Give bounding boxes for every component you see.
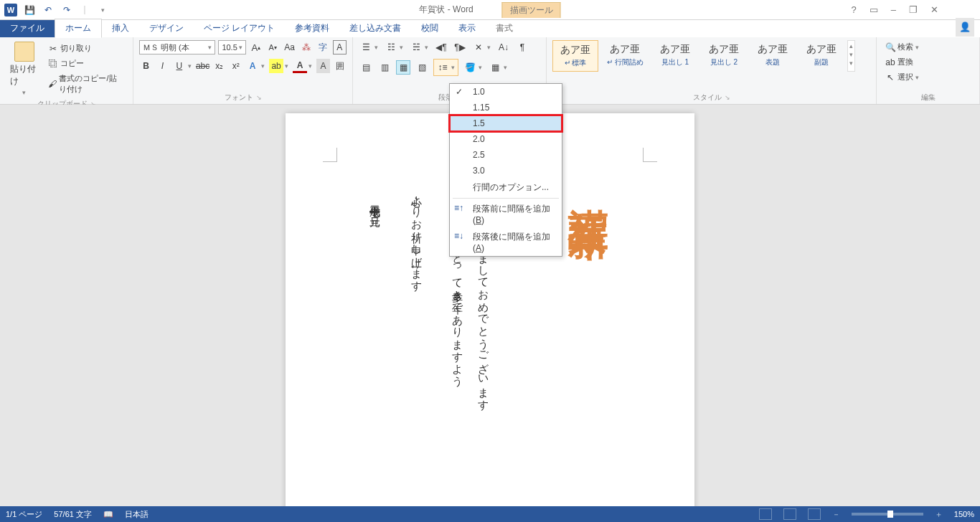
font-size-select[interactable]: 10.5▾ [218,40,246,54]
align-center-button[interactable]: ▥ [377,60,392,75]
italic-button[interactable]: I [156,59,169,73]
help-icon[interactable]: ? [852,4,857,15]
save-icon[interactable]: 💾 [23,4,36,16]
zoom-thumb[interactable] [887,511,893,518]
line-spacing-2.0[interactable]: 2.0 [450,131,562,147]
increase-indent-button[interactable]: ¶▶ [453,40,467,54]
web-layout-button[interactable] [808,508,821,520]
font-name-select[interactable]: ＭＳ 明朝 (本▾ [139,40,215,54]
body-line-5[interactable]: 平成二十七年 元旦 [368,198,382,209]
style-heading2[interactable]: あア亜見出し 2 [701,40,747,72]
line-spacing-1.0[interactable]: ✓1.0 [450,84,562,100]
page-count[interactable]: 1/1 ページ [6,509,42,520]
text-effects-button[interactable]: A▾ [245,59,266,73]
word-count[interactable]: 57/61 文字 [54,509,92,520]
paste-button[interactable]: 貼り付け ▾ [6,40,42,98]
grow-font-button[interactable]: A▴ [249,40,263,54]
title-bar: W 💾 ↶ ↷ ｜ ▾ 年賀状 - Word 描画ツール ? ▭ – ❐ ✕ 👤 [0,0,980,20]
line-spacing-1.5[interactable]: 1.5 [450,115,562,131]
enclose-char-button[interactable]: 字 [316,40,329,54]
ribbon-display-icon[interactable]: ▭ [870,4,878,15]
underline-button[interactable]: U▾ [172,59,193,73]
decrease-indent-button[interactable]: ◀¶ [434,40,448,54]
minimize-icon[interactable]: – [891,4,896,15]
add-space-before[interactable]: ≡↑段落前に間隔を追加(B) [450,200,562,228]
char-border-button[interactable]: A [333,40,347,54]
tab-design[interactable]: デザイン [139,19,194,37]
headline-kinga[interactable]: 謹賀新年 [561,176,616,194]
align-top-button[interactable]: ▤ [359,60,373,75]
change-case-button[interactable]: Aa [283,40,296,54]
group-styles: あア亜↵ 標準 あア亜↵ 行間詰め あア亜見出し 1 あア亜見出し 2 あア亜表… [547,37,877,104]
body-line-3[interactable]: 心よりお祈り申し上げます [410,188,423,285]
style-heading1[interactable]: あア亜見出し 1 [652,40,698,72]
tab-references[interactable]: 参考資料 [285,19,339,37]
close-icon[interactable]: ✕ [930,4,938,15]
line-spacing-button[interactable]: ↕≡▾ [433,59,458,76]
zoom-in-button[interactable]: ＋ [935,509,943,520]
style-title[interactable]: あア亜表題 [750,40,796,72]
replace-button[interactable]: ab置換 [882,55,974,69]
bullets-button[interactable]: ☰▾ [359,40,380,54]
zoom-level[interactable]: 150% [954,510,974,518]
find-button[interactable]: 🔍検索▾ [882,40,974,54]
line-spacing-3.0[interactable]: 3.0 [450,163,562,179]
shrink-font-button[interactable]: A▾ [266,40,280,54]
style-no-spacing[interactable]: あア亜↵ 行間詰め [601,40,649,72]
sort-button[interactable]: A↓ [496,40,511,54]
enclose-button[interactable]: 囲 [333,59,347,73]
asian-layout-button[interactable]: ✕▾ [471,40,492,54]
qat-customize-icon[interactable]: ▾ [96,4,109,16]
strikethrough-button[interactable]: abc [196,59,209,73]
tab-review[interactable]: 校閲 [411,19,448,37]
tab-insert[interactable]: 挿入 [102,19,139,37]
tab-mailings[interactable]: 差し込み文書 [339,19,411,37]
line-spacing-options[interactable]: 行間のオプション... [450,179,562,196]
tab-home[interactable]: ホーム [55,19,102,38]
select-button[interactable]: ↖選択▾ [882,70,974,84]
tab-view[interactable]: 表示 [448,19,486,37]
numbering-button[interactable]: ☷▾ [384,40,405,54]
subscript-button[interactable]: x₂ [212,59,226,73]
show-marks-button[interactable]: ¶ [515,40,529,54]
style-normal[interactable]: あア亜↵ 標準 [552,40,598,72]
borders-button[interactable]: ▦▾ [488,60,509,75]
tab-format[interactable]: 書式 [486,19,523,37]
multilevel-icon: ☵ [409,40,423,54]
body-line-1[interactable]: けましておめでとうございます [471,234,495,404]
zoom-out-button[interactable]: － [832,509,840,520]
add-space-after[interactable]: ≡↓段落後に間隔を追加(A) [450,228,562,256]
cut-button[interactable]: ✂切り取り [45,42,127,55]
redo-icon[interactable]: ↷ [60,4,73,16]
shading-button[interactable]: 🪣▾ [463,60,484,75]
tab-layout[interactable]: ページ レイアウト [194,19,285,37]
zoom-slider[interactable] [852,513,923,516]
restore-icon[interactable]: ❐ [909,4,918,15]
dialog-launcher-icon[interactable]: ↘ [256,94,262,101]
dialog-launcher-icon[interactable]: ↘ [725,94,730,101]
copy-button[interactable]: ⿻コピー [45,57,127,70]
char-shading-button[interactable]: A [316,59,330,73]
language-label[interactable]: 日本語 [125,509,149,520]
align-justify-button[interactable]: ▧ [415,60,429,75]
align-bottom-button[interactable]: ▦ [396,60,410,75]
tab-file[interactable]: ファイル [0,19,55,37]
highlight-button[interactable]: ab▾ [269,59,290,73]
chevron-down-icon: ▾ [283,62,290,70]
superscript-button[interactable]: x² [229,59,242,73]
styles-more-button[interactable]: ▴▾▾ [847,40,855,72]
format-painter-button[interactable]: 🖌書式のコピー/貼り付け [45,72,127,96]
font-color-button[interactable]: A▾ [293,59,314,73]
print-layout-button[interactable] [783,508,796,520]
line-spacing-1.15[interactable]: 1.15 [450,100,562,115]
style-subtitle[interactable]: あア亜副題 [798,40,844,72]
bold-button[interactable]: B [139,59,153,73]
line-spacing-2.5[interactable]: 2.5 [450,147,562,163]
read-mode-button[interactable] [759,508,772,520]
undo-icon[interactable]: ↶ [42,4,55,16]
ruby-button[interactable]: ⁂ [299,40,313,54]
menu-separator [453,198,559,199]
spellcheck-icon[interactable]: 📖 [103,510,113,519]
user-account-icon[interactable]: 👤 [956,18,974,37]
multilevel-button[interactable]: ☵▾ [409,40,430,54]
